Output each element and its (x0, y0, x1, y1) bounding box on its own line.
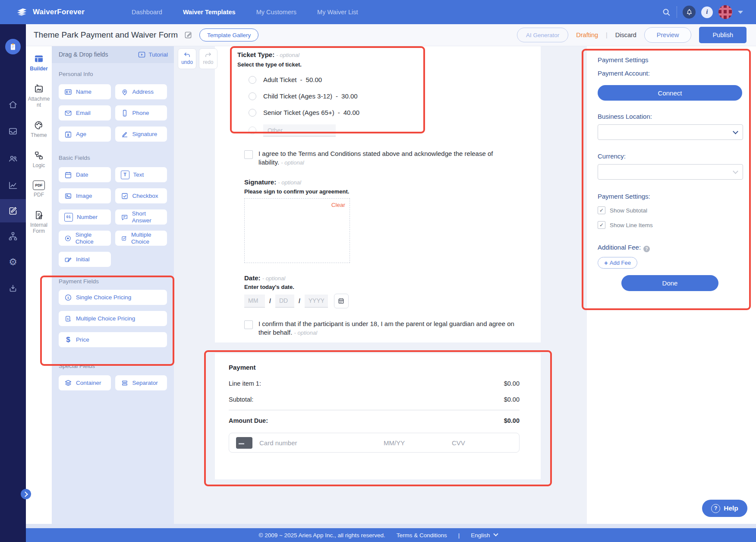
field-container[interactable]: Container (59, 375, 111, 390)
discard-button[interactable]: Discard (615, 32, 636, 38)
signature-clear-button[interactable]: Clear (331, 202, 345, 208)
help-question-icon[interactable]: ? (643, 246, 650, 252)
tab-pdf[interactable]: PDF PDF (26, 181, 52, 198)
field-separator[interactable]: Separator (115, 375, 167, 390)
connect-button[interactable]: Connect (598, 85, 742, 101)
rail-analytics-icon[interactable] (0, 174, 26, 197)
card-number-input[interactable] (258, 439, 364, 447)
workspace-clipboard-icon[interactable] (5, 39, 21, 54)
field-initial[interactable]: Initial (59, 252, 111, 267)
separator-icon (121, 379, 129, 387)
rail-home-icon[interactable] (0, 93, 26, 116)
tab-builder[interactable]: Builder (26, 54, 52, 72)
year-input[interactable] (305, 295, 328, 307)
header-divider: | (606, 32, 608, 38)
multi-checkbox-icon (121, 235, 127, 242)
template-gallery-button[interactable]: Template Gallery (199, 29, 258, 41)
guardian-checkbox[interactable] (244, 320, 253, 329)
info-icon[interactable]: i (701, 6, 713, 18)
other-option-input[interactable] (263, 124, 336, 136)
field-short-answer[interactable]: Short Answer (115, 209, 167, 225)
nav-my-customers[interactable]: My Customers (256, 9, 296, 16)
dollar-circle-icon: $ (64, 294, 72, 301)
nav-waiver-templates[interactable]: Waiver Templates (183, 9, 236, 16)
theme-palette-icon (34, 120, 44, 130)
chevron-right-icon (22, 491, 28, 497)
ai-generator-button[interactable]: AI Generator (517, 28, 568, 42)
rail-export-icon[interactable] (0, 276, 26, 300)
field-address[interactable]: Address (115, 84, 167, 99)
checkbox-checked[interactable]: ✓ (598, 221, 605, 229)
currency-select[interactable] (598, 164, 743, 180)
rail-customers-icon[interactable] (0, 147, 26, 170)
rail-inbox-icon[interactable] (0, 120, 26, 143)
sidebar-collapse-toggle[interactable] (21, 489, 31, 499)
agree-checkbox[interactable] (244, 150, 253, 159)
field-multiple-choice[interactable]: Multiple Choice (115, 231, 167, 246)
special-fields-grid: Container Separator (59, 375, 167, 390)
calendar-picker-button[interactable] (334, 294, 349, 308)
preview-button[interactable]: Preview (644, 27, 692, 43)
logic-icon (34, 150, 44, 161)
payment-summary-card: Payment Line item 1: $0.00 Subtotal: $0.… (215, 353, 541, 479)
radio-button[interactable] (249, 92, 256, 100)
field-name[interactable]: Name (59, 84, 111, 99)
radio-button[interactable] (249, 127, 256, 134)
help-button[interactable]: ? Help (702, 500, 747, 517)
language-select[interactable]: English (471, 532, 497, 539)
field-checkbox[interactable]: Checkbox (115, 188, 167, 203)
tutorial-link[interactable]: Tutorial (138, 51, 168, 59)
avatar[interactable] (718, 5, 732, 19)
primary-nav: Dashboard Waiver Templates My Customers … (132, 0, 358, 24)
checkbox-icon (121, 192, 129, 200)
search-icon[interactable] (662, 7, 671, 17)
builder-tab-rail: Builder Attachment Theme (26, 46, 52, 524)
undo-redo-toolbar: undo redo (178, 48, 217, 69)
terms-link[interactable]: Terms & Conditions (397, 532, 447, 539)
undo-button[interactable]: undo (178, 48, 196, 69)
field-multiple-choice-pricing[interactable]: $ Multiple Choice Pricing (59, 311, 167, 326)
field-price[interactable]: $ Price (59, 332, 167, 347)
signature-pad[interactable]: Clear (244, 198, 350, 263)
business-location-select[interactable] (598, 124, 743, 140)
field-single-choice[interactable]: Single Choice (59, 231, 111, 246)
notifications-bell-icon[interactable] (683, 6, 696, 19)
chevron-down-icon (733, 129, 738, 134)
field-date[interactable]: Date (59, 167, 111, 182)
field-signature[interactable]: Signature (115, 127, 167, 142)
field-number[interactable]: 01 Number (59, 209, 111, 225)
tab-theme[interactable]: Theme (26, 120, 52, 139)
plus-icon: + (604, 259, 608, 266)
builder-icon (34, 54, 44, 64)
month-input[interactable] (244, 295, 265, 307)
tab-internal-form[interactable]: Internal Form (26, 210, 52, 235)
field-image[interactable]: Image (59, 188, 111, 203)
internal-form-icon (34, 210, 44, 220)
rail-editor-icon[interactable] (0, 199, 26, 222)
tab-attachment[interactable]: Attachment (26, 84, 52, 108)
done-button[interactable]: Done (621, 275, 718, 291)
redo-button[interactable]: redo (199, 48, 217, 69)
tab-logic[interactable]: Logic (26, 150, 52, 169)
edit-title-icon[interactable] (184, 31, 192, 39)
radio-button[interactable] (249, 109, 256, 117)
nav-dashboard[interactable]: Dashboard (132, 9, 162, 16)
field-age[interactable]: Age (59, 127, 111, 142)
card-entry-field[interactable] (229, 433, 520, 453)
rail-workflow-icon[interactable] (0, 225, 26, 248)
field-single-choice-pricing[interactable]: $ Single Choice Pricing (59, 290, 167, 305)
field-email[interactable]: Email (59, 105, 111, 120)
radio-button[interactable] (249, 76, 256, 84)
card-cvv-input[interactable] (451, 439, 491, 447)
checkbox-checked[interactable]: ✓ (598, 206, 605, 214)
rail-settings-gear-icon[interactable]: ⚙ (0, 250, 26, 274)
account-chevron-down-icon[interactable] (738, 11, 743, 14)
brand[interactable]: WaiverForever (16, 0, 85, 24)
card-expiry-input[interactable] (383, 439, 436, 447)
nav-my-waiver-list[interactable]: My Waiver List (317, 9, 358, 16)
field-phone[interactable]: Phone (115, 105, 167, 120)
publish-button[interactable]: Publish (699, 27, 747, 43)
field-text[interactable]: T Text (115, 167, 167, 182)
add-fee-button[interactable]: + Add Fee (598, 257, 637, 269)
day-input[interactable] (275, 295, 294, 307)
